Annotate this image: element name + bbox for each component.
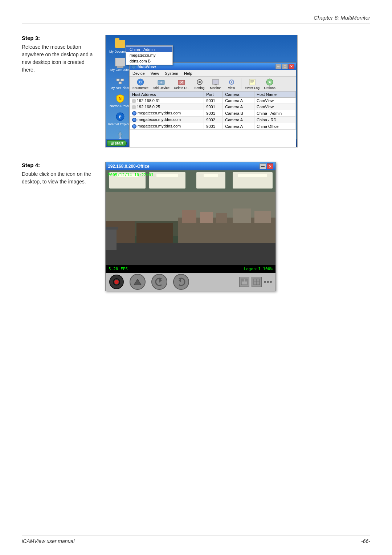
fps-label: 5.20 FPS	[109, 267, 128, 271]
svg-rect-53	[135, 284, 140, 285]
context-menu-item-megateccn[interactable]: megateccn.my	[126, 52, 172, 58]
cell-port: 9001	[204, 98, 223, 104]
step3-title: Step 3:	[22, 35, 94, 41]
cam-controls-bar	[106, 273, 275, 291]
ie-icon: e	[115, 112, 125, 122]
cell-address: 192.168.0.31	[130, 98, 204, 104]
col-host: Host Address	[130, 92, 204, 98]
cam-win-controls: — ✕	[260, 163, 273, 169]
context-menu-item-ddns[interactable]: ddns.com B	[126, 58, 172, 64]
snapshot-icon	[133, 278, 142, 286]
start-button[interactable]: ⊞ start	[107, 140, 127, 146]
cell-hostname: CamView	[254, 98, 296, 104]
cam-minimize-btn[interactable]: —	[260, 163, 266, 169]
cam-side-controls	[239, 277, 272, 287]
win-controls: ─ □ ✕	[275, 64, 294, 69]
menu-device[interactable]: Device	[131, 71, 146, 76]
svg-text:e: e	[119, 114, 122, 119]
tb-eventlog[interactable]: Event Log	[244, 77, 261, 90]
svg-rect-21	[249, 79, 255, 85]
record-button[interactable]	[109, 275, 124, 289]
svg-rect-57	[241, 279, 244, 281]
col-camera: Camera	[223, 92, 254, 98]
cam-indicator-icon	[132, 111, 136, 116]
cam-side-btn-2[interactable]	[252, 277, 262, 287]
win-maximize-btn[interactable]: □	[282, 64, 288, 69]
snapshot-button[interactable]	[130, 274, 146, 290]
footer-left: iCAMView user manual	[22, 538, 74, 544]
logon-label: Logon:1 100%	[244, 267, 273, 271]
camera-feed-svg	[106, 170, 275, 265]
context-menu-item-china-admin[interactable]: China - Admin	[126, 46, 172, 52]
dot1	[264, 281, 266, 283]
cam-status-bar: 5.20 FPS Logon:1 100%	[106, 265, 275, 273]
svg-rect-49	[106, 227, 118, 230]
col-hostname: Host Name	[254, 92, 296, 98]
win-close-btn[interactable]: ✕	[289, 64, 294, 69]
tb-delete[interactable]: ✕ Delete D...	[172, 77, 191, 90]
table-row[interactable]: megateccn.myddns.com9002Camera AChina - …	[130, 117, 296, 123]
shield-icon: N	[115, 93, 125, 104]
svg-text:+: +	[160, 80, 163, 85]
record-icon	[113, 278, 121, 286]
cell-port: 9001	[204, 123, 223, 130]
menu-view[interactable]: View	[149, 71, 161, 76]
device-icon	[132, 105, 136, 109]
cell-camera: Camera A	[223, 117, 254, 123]
table-row[interactable]: megateccn.myddns.com9001Camera BChina - …	[130, 110, 296, 117]
footer-right: -66-	[361, 538, 370, 544]
setting-icon	[196, 78, 204, 86]
context-menu: China - Admin megateccn.my ddns.com B	[126, 45, 173, 65]
back-button[interactable]	[151, 274, 167, 290]
tb-adddevice[interactable]: + Add Device	[151, 77, 171, 90]
cell-port: 9002	[204, 117, 223, 123]
svg-rect-17	[212, 80, 219, 84]
table-row[interactable]: 192.168.0.259001Camera ACamView	[130, 104, 296, 110]
tb-enumerate[interactable]: ⟳ Enumerate	[131, 77, 150, 90]
svg-rect-1	[121, 79, 124, 81]
cell-port: 9001	[204, 110, 223, 117]
cell-address: megateccn.myddns.com	[130, 123, 204, 130]
cell-hostname: CamView	[254, 104, 296, 110]
step4-text: Step 4: Double click on the icon on the …	[22, 162, 94, 291]
step3-section: Step 3: Release the mouse button anywher…	[22, 35, 370, 147]
recycle-icon: ♻	[115, 130, 125, 140]
dot2	[267, 281, 269, 283]
step3-description: Release the mouse button anywhere on the…	[22, 43, 94, 74]
cell-camera: Camera A	[223, 123, 254, 130]
cell-address: megateccn.myddns.com	[130, 110, 204, 117]
svg-rect-48	[106, 228, 117, 250]
svg-point-16	[199, 81, 201, 83]
forward-icon	[177, 278, 185, 286]
win-minimize-btn[interactable]: ─	[275, 64, 281, 69]
table-row[interactable]: 192.168.0.319001Camera ACamView	[130, 98, 296, 104]
forward-button[interactable]	[173, 274, 189, 290]
device-table: Host Address Port Camera Host Name 192.1…	[130, 91, 296, 130]
step4-description: Double click on the icon on the desktop,…	[22, 170, 94, 186]
cam-close-btn[interactable]: ✕	[267, 163, 273, 169]
chapter-header: Chapter 6: MultiMonitor	[22, 15, 370, 24]
tb-view[interactable]: View	[224, 77, 239, 90]
delete-icon: ✕	[177, 78, 185, 86]
dot3	[270, 281, 272, 283]
cam-titlebar: 192.168.0.200-Office — ✕	[106, 162, 275, 170]
tb-setting[interactable]: Setting	[192, 77, 207, 90]
network-icon	[115, 75, 125, 85]
svg-rect-46	[254, 211, 271, 223]
win-menubar: Device View System Help	[130, 70, 296, 77]
menu-system[interactable]: System	[163, 71, 180, 76]
svg-rect-18	[215, 84, 217, 85]
device-icon	[132, 99, 136, 103]
svg-text:★: ★	[268, 80, 272, 85]
desktop-mockup: My Documents My Computer	[105, 35, 298, 147]
eventlog-icon	[248, 78, 256, 86]
menu-help[interactable]: Help	[183, 71, 194, 76]
step4-section: Step 4: Double click on the icon on the …	[22, 162, 370, 291]
table-row[interactable]: megateccn.myddns.com9001Camera AChina Of…	[130, 123, 296, 130]
tb-monitor[interactable]: Monitor	[208, 77, 223, 90]
tb-options[interactable]: ★ Options	[262, 77, 277, 90]
svg-rect-45	[233, 208, 251, 223]
win-toolbar: ⟳ Enumerate + Add Device ✕	[130, 77, 296, 91]
cam-side-btn-1[interactable]	[239, 277, 249, 287]
cam-indicator-icon	[132, 118, 136, 122]
